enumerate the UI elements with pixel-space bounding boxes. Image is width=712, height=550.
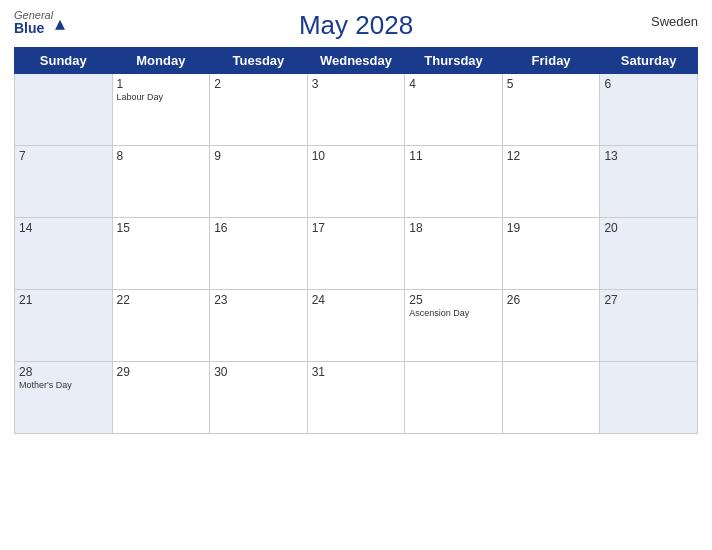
calendar-cell: 1Labour Day bbox=[112, 74, 210, 146]
calendar-cell bbox=[600, 362, 698, 434]
calendar-cell: 7 bbox=[15, 146, 113, 218]
day-number: 29 bbox=[117, 365, 206, 379]
day-number: 12 bbox=[507, 149, 596, 163]
calendar-cell: 31 bbox=[307, 362, 405, 434]
day-number: 8 bbox=[117, 149, 206, 163]
day-number: 22 bbox=[117, 293, 206, 307]
header-wednesday: Wednesday bbox=[307, 48, 405, 74]
weekday-header-row: Sunday Monday Tuesday Wednesday Thursday… bbox=[15, 48, 698, 74]
calendar-cell: 16 bbox=[210, 218, 308, 290]
day-number: 15 bbox=[117, 221, 206, 235]
calendar-week-row: 78910111213 bbox=[15, 146, 698, 218]
calendar-cell: 21 bbox=[15, 290, 113, 362]
calendar-cell: 10 bbox=[307, 146, 405, 218]
calendar-cell: 8 bbox=[112, 146, 210, 218]
calendar-week-row: 1Labour Day23456 bbox=[15, 74, 698, 146]
day-number: 31 bbox=[312, 365, 401, 379]
calendar-cell: 5 bbox=[502, 74, 600, 146]
calendar-table: Sunday Monday Tuesday Wednesday Thursday… bbox=[14, 47, 698, 434]
logo-area: General Blue ▴ bbox=[14, 10, 65, 35]
calendar-cell: 22 bbox=[112, 290, 210, 362]
header-tuesday: Tuesday bbox=[210, 48, 308, 74]
calendar-cell bbox=[15, 74, 113, 146]
day-number: 5 bbox=[507, 77, 596, 91]
calendar-wrapper: General Blue ▴ May 2028 Sweden Sunday Mo… bbox=[0, 0, 712, 550]
day-number: 2 bbox=[214, 77, 303, 91]
day-number: 24 bbox=[312, 293, 401, 307]
day-number: 18 bbox=[409, 221, 498, 235]
calendar-cell bbox=[502, 362, 600, 434]
day-number: 17 bbox=[312, 221, 401, 235]
day-number: 20 bbox=[604, 221, 693, 235]
calendar-cell: 17 bbox=[307, 218, 405, 290]
calendar-week-row: 2122232425Ascension Day2627 bbox=[15, 290, 698, 362]
calendar-cell: 20 bbox=[600, 218, 698, 290]
holiday-label: Ascension Day bbox=[409, 308, 498, 319]
calendar-cell: 12 bbox=[502, 146, 600, 218]
day-number: 23 bbox=[214, 293, 303, 307]
header-friday: Friday bbox=[502, 48, 600, 74]
calendar-cell: 24 bbox=[307, 290, 405, 362]
day-number: 30 bbox=[214, 365, 303, 379]
day-number: 6 bbox=[604, 77, 693, 91]
calendar-cell: 13 bbox=[600, 146, 698, 218]
day-number: 19 bbox=[507, 221, 596, 235]
calendar-cell: 18 bbox=[405, 218, 503, 290]
day-number: 3 bbox=[312, 77, 401, 91]
calendar-cell: 15 bbox=[112, 218, 210, 290]
day-number: 9 bbox=[214, 149, 303, 163]
day-number: 27 bbox=[604, 293, 693, 307]
calendar-cell: 4 bbox=[405, 74, 503, 146]
header-monday: Monday bbox=[112, 48, 210, 74]
logo-blue: Blue bbox=[14, 21, 53, 35]
day-number: 21 bbox=[19, 293, 108, 307]
logo-bird-icon: ▴ bbox=[55, 11, 65, 35]
calendar-cell: 2 bbox=[210, 74, 308, 146]
calendar-cell: 27 bbox=[600, 290, 698, 362]
day-number: 1 bbox=[117, 77, 206, 91]
calendar-cell: 14 bbox=[15, 218, 113, 290]
calendar-cell: 6 bbox=[600, 74, 698, 146]
calendar-cell: 23 bbox=[210, 290, 308, 362]
calendar-cell: 29 bbox=[112, 362, 210, 434]
day-number: 16 bbox=[214, 221, 303, 235]
country-label: Sweden bbox=[651, 14, 698, 29]
calendar-cell: 9 bbox=[210, 146, 308, 218]
day-number: 11 bbox=[409, 149, 498, 163]
day-number: 26 bbox=[507, 293, 596, 307]
calendar-cell: 19 bbox=[502, 218, 600, 290]
day-number: 28 bbox=[19, 365, 108, 379]
calendar-cell bbox=[405, 362, 503, 434]
calendar-cell: 25Ascension Day bbox=[405, 290, 503, 362]
calendar-week-row: 14151617181920 bbox=[15, 218, 698, 290]
holiday-label: Labour Day bbox=[117, 92, 206, 103]
day-number: 14 bbox=[19, 221, 108, 235]
calendar-cell: 28Mother's Day bbox=[15, 362, 113, 434]
day-number: 7 bbox=[19, 149, 108, 163]
header-sunday: Sunday bbox=[15, 48, 113, 74]
calendar-cell: 11 bbox=[405, 146, 503, 218]
holiday-label: Mother's Day bbox=[19, 380, 108, 391]
month-title: May 2028 bbox=[299, 10, 413, 41]
calendar-header: General Blue ▴ May 2028 Sweden bbox=[14, 10, 698, 41]
calendar-week-row: 28Mother's Day293031 bbox=[15, 362, 698, 434]
header-saturday: Saturday bbox=[600, 48, 698, 74]
header-thursday: Thursday bbox=[405, 48, 503, 74]
calendar-cell: 30 bbox=[210, 362, 308, 434]
calendar-cell: 26 bbox=[502, 290, 600, 362]
calendar-cell: 3 bbox=[307, 74, 405, 146]
day-number: 25 bbox=[409, 293, 498, 307]
day-number: 10 bbox=[312, 149, 401, 163]
day-number: 4 bbox=[409, 77, 498, 91]
day-number: 13 bbox=[604, 149, 693, 163]
